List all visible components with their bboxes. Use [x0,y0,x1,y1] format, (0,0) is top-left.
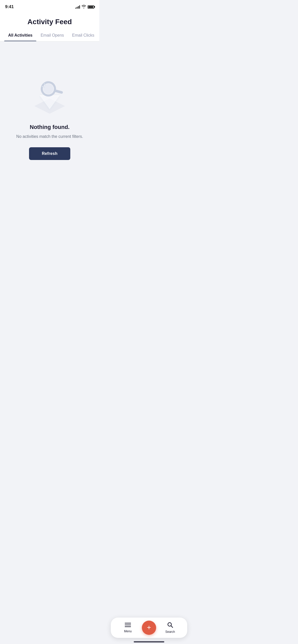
svg-line-4 [55,89,62,95]
page-title: Activity Feed [5,15,94,30]
empty-state-title: Nothing found. [30,124,70,130]
battery-icon [88,5,94,9]
status-icons [75,5,94,9]
main-content: Nothing found. No activities match the c… [0,41,99,189]
signal-bars-icon [75,5,80,9]
tabs-container[interactable]: All Activities Email Opens Email Clicks … [0,30,99,41]
header: Activity Feed [0,13,99,30]
tab-all-activities[interactable]: All Activities [4,30,36,41]
tab-email-clicks[interactable]: Email Clicks [68,30,98,41]
tab-email-opens[interactable]: Email Opens [36,30,68,41]
empty-state-illustration [29,76,70,116]
wifi-icon [82,5,86,9]
status-time: 9:41 [5,4,14,9]
tab-sent-emails[interactable]: Sent Em... [98,30,99,41]
refresh-button[interactable]: Refresh [29,147,70,160]
status-bar: 9:41 [0,0,99,13]
empty-state-subtitle: No activities match the current filters. [16,134,83,140]
